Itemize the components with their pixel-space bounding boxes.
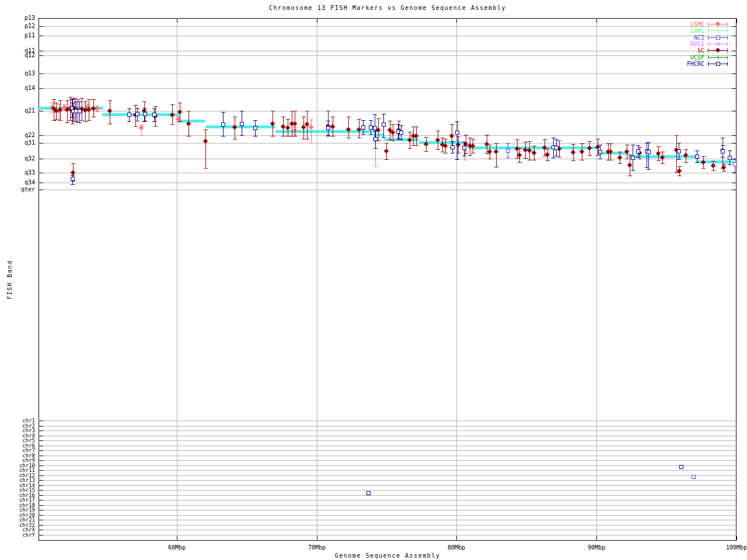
- chr-gridline: [39, 436, 736, 436]
- errorbar-cap-top: [187, 111, 191, 111]
- errorbar-cap-bottom: [135, 121, 139, 121]
- errorbar-cap-top: [108, 100, 112, 101]
- legend-sample-cap: [708, 29, 708, 33]
- errorbar-cap-bottom: [444, 153, 448, 153]
- errorbar-cap-bottom: [152, 121, 156, 122]
- errorbar-cap-bottom: [636, 157, 640, 158]
- errorbar-cap-top: [382, 114, 386, 114]
- chr-gridline: [39, 515, 736, 516]
- chr-tick-left: [39, 426, 43, 426]
- errorbar-cap-top: [142, 102, 146, 102]
- x-tick-top: [736, 19, 737, 23]
- errorbar-cap-bottom: [331, 136, 335, 136]
- band-tick-left: [39, 173, 43, 173]
- chr-gridline: [39, 421, 736, 421]
- errorbar-cap-bottom: [347, 138, 351, 138]
- band-tick-left: [39, 190, 43, 190]
- chr-tick-left: [39, 515, 43, 516]
- band-axis-label: q22: [0, 132, 35, 138]
- marker-square: [135, 112, 139, 116]
- band-tick-right: [732, 190, 736, 190]
- errorbar-cap-top: [374, 131, 378, 131]
- errorbar-cap-top: [399, 125, 403, 126]
- errorbar-cap-bottom: [281, 136, 285, 136]
- chr-tick-left: [39, 421, 43, 421]
- errorbar-cap-top: [253, 120, 257, 121]
- errorbar-cap-top: [528, 141, 532, 142]
- chr-gridline: [39, 426, 736, 426]
- errorbar-cap-bottom: [596, 155, 600, 156]
- errorbar-cap-bottom: [271, 136, 275, 136]
- errorbar-cap-bottom: [488, 159, 492, 159]
- errorbar-cap-top: [152, 108, 156, 109]
- errorbar-cap-top: [523, 142, 528, 142]
- errorbar-cap-top: [309, 120, 313, 120]
- errorbar-line: [457, 121, 458, 159]
- x-tick-top: [317, 19, 317, 23]
- chart-title: Chromosome 13 FISH Markers vs Genome Seq…: [39, 5, 736, 11]
- errorbar-cap-bottom: [528, 160, 532, 160]
- marker-square: [143, 112, 147, 116]
- band-tick-left: [39, 26, 43, 27]
- errorbar-cap-top: [281, 117, 285, 117]
- errorbar-cap-bottom: [546, 160, 550, 161]
- errorbar-cap-top: [391, 124, 395, 125]
- errorbar-cap-bottom: [87, 120, 91, 121]
- x-tick-label: 100Mbp: [719, 544, 747, 551]
- chr-tick-left: [39, 460, 43, 461]
- errorbar-cap-top: [326, 111, 330, 111]
- marker-square: [366, 491, 371, 495]
- errorbar-cap-bottom: [253, 136, 257, 136]
- legend-sample-cap: [727, 62, 728, 66]
- errorbar-cap-top: [580, 144, 584, 144]
- errorbar-cap-bottom: [95, 111, 99, 112]
- errorbar-cap-bottom: [571, 160, 575, 161]
- errorbar-cap-bottom: [80, 120, 84, 121]
- errorbar-cap-top: [695, 150, 699, 151]
- errorbar-cap-top: [451, 141, 455, 142]
- errorbar-cap-bottom: [462, 156, 466, 156]
- marker-square: [716, 62, 720, 66]
- marker-square: [374, 137, 378, 141]
- errorbar-cap-bottom: [414, 145, 418, 146]
- errorbar-cap-top: [153, 106, 158, 107]
- band-axis-label: q34: [0, 180, 35, 186]
- legend-sample-cap: [708, 42, 708, 46]
- errorbar-cap-bottom: [518, 162, 522, 163]
- errorbar-cap-top: [134, 105, 138, 106]
- chr-tick-left: [39, 430, 43, 431]
- band-axis-label: q13: [0, 71, 35, 76]
- chr-gridline: [39, 470, 736, 471]
- errorbar-cap-top: [361, 120, 365, 121]
- errorbar-cap-bottom: [204, 168, 208, 169]
- errorbar-cap-bottom: [309, 143, 313, 144]
- chr-gridline: [39, 530, 736, 530]
- errorbar-cap-bottom: [609, 160, 613, 160]
- errorbar-cap-top: [518, 148, 522, 149]
- legend-label-rpci: RPCI: [669, 41, 704, 47]
- chr-tick-left: [39, 450, 43, 451]
- errorbar-cap-bottom: [127, 121, 131, 122]
- band-axis-label: p11: [0, 33, 35, 38]
- errorbar-cap-bottom: [515, 158, 519, 159]
- chr-gridline: [39, 525, 736, 526]
- band-axis-label: q31: [0, 140, 35, 146]
- x-gridline: [177, 18, 177, 541]
- errorbar-cap-top: [455, 121, 459, 122]
- errorbar-cap-bottom: [399, 139, 403, 140]
- errorbar-cap-top: [557, 141, 561, 141]
- x-tick-bottom: [736, 536, 737, 540]
- errorbar-cap-bottom: [153, 126, 158, 127]
- errorbar-cap-bottom: [233, 139, 237, 139]
- errorbar-cap-bottom: [143, 121, 147, 121]
- errorbar-cap-top: [532, 146, 536, 146]
- errorbar-cap-top: [543, 139, 547, 140]
- chr-tick-left: [39, 500, 43, 501]
- errorbar-cap-bottom: [695, 162, 699, 163]
- marker-square: [71, 177, 75, 181]
- marker-square: [462, 146, 466, 150]
- band-tick-right: [732, 18, 736, 19]
- errorbar-cap-top: [233, 117, 237, 117]
- errorbar-cap-top: [83, 102, 88, 102]
- band-gridline: [39, 26, 736, 27]
